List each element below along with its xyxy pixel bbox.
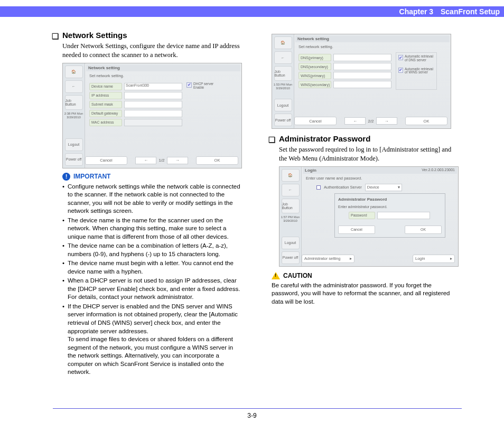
field-label: Default gateway [89, 110, 122, 117]
bookmark-icon: ❏ [268, 135, 275, 145]
section-heading-admin: ❏ Administrator Password [269, 134, 460, 143]
dialog-subtitle: Enter administrator password. [338, 205, 442, 209]
logout-button[interactable]: Logout [274, 99, 292, 111]
field-label: Device name [89, 83, 122, 90]
bookmark-icon: ❏ [52, 32, 59, 41]
caution-icon [272, 272, 280, 279]
back-button[interactable]: ← [65, 80, 83, 93]
logout-button[interactable]: Logout [282, 237, 300, 249]
subnet-input[interactable] [124, 101, 182, 108]
dialog-title: Administrator Password [338, 197, 442, 202]
ok-button[interactable]: OK [196, 156, 238, 165]
page-indicator: 2/2 [368, 119, 374, 124]
page-header-band: Chapter 3 ScanFront Setup [0, 6, 504, 17]
password-input[interactable] [377, 212, 430, 219]
clock-label: 1:53 PM Mon 3/29/2010 [273, 83, 293, 90]
admin-intro: Set the password required to log in to [… [279, 145, 460, 163]
job-button[interactable]: Job Button [65, 95, 83, 110]
power-button[interactable]: Power off [65, 153, 83, 166]
important-icon: ! [62, 173, 70, 181]
auto-dns-label: Automatic retrieval of DNS server [405, 55, 434, 62]
auto-wins-checkbox[interactable]: ✔ [398, 68, 403, 73]
field-label: DNS(primary) [298, 54, 331, 61]
login-button[interactable]: Login▸ [413, 255, 455, 263]
auth-label: Authentication Server [324, 185, 362, 190]
next-page-button[interactable]: → [167, 157, 188, 164]
screenshot-admin-password: 🏠 ← Job Button 1:57 PM Mon 3/29/2010 Log… [279, 166, 459, 267]
field-label: WINS(primary) [298, 72, 331, 79]
prev-page-button[interactable]: ← [135, 157, 156, 164]
screenshot-network-settings: 🏠 ← Job Button 2:38 PM Mon 3/29/2010 Log… [62, 63, 242, 168]
panel-title: Login Ver.2.0.2.003.23001 [303, 167, 457, 174]
password-dialog: Administrator Password Enter administrat… [334, 193, 445, 238]
list-item: The device name must begin with a letter… [62, 259, 243, 276]
section-heading-network: ❏ Network Settings [53, 31, 243, 40]
panel-title: Network setting [86, 64, 240, 71]
gateway-input[interactable] [124, 110, 182, 117]
field-label: MAC address [89, 119, 122, 126]
dhcp-label: DHCP server Enable [193, 82, 221, 90]
list-item: The device name can be a combination of … [62, 242, 243, 258]
list-item: When a DHCP server is not used to assign… [62, 277, 243, 302]
home-button[interactable]: 🏠 [274, 36, 292, 49]
caution-callout: CAUTION [272, 272, 460, 279]
dns2-input[interactable] [333, 63, 391, 70]
device-name-input[interactable]: ScanFront300 [124, 83, 182, 90]
ok-button[interactable]: OK [405, 117, 447, 125]
field-label: DNS(secondary) [298, 63, 331, 70]
back-button[interactable]: ← [282, 184, 300, 196]
wins1-input[interactable] [333, 72, 391, 79]
ip-input[interactable] [124, 92, 182, 99]
mac-input [124, 119, 182, 126]
field-label: WINS(secondary) [298, 81, 331, 88]
prev-page-button[interactable]: ← [344, 117, 366, 125]
list-item: The device name is the name for the scan… [62, 217, 243, 241]
network-intro: Under Network Settings, configure the de… [62, 42, 243, 60]
list-item: Configure network settings while the net… [62, 183, 243, 215]
job-button[interactable]: Job Button [274, 66, 292, 81]
password-label: Password [349, 212, 375, 219]
auto-wins-label: Automatic retrieval of WINS server [405, 68, 434, 75]
auto-dns-checkbox[interactable]: ✔ [398, 55, 403, 60]
wins2-input[interactable] [333, 81, 391, 88]
job-button[interactable]: Job Button [282, 199, 300, 213]
dialog-cancel-button[interactable]: Cancel [338, 226, 375, 234]
cancel-button[interactable]: Cancel [294, 117, 337, 125]
chevron-right-icon: ▸ [350, 256, 352, 261]
home-button[interactable]: 🏠 [65, 65, 83, 78]
page-indicator: 1/2 [158, 158, 164, 163]
field-label: IP address [89, 92, 122, 99]
dns1-input[interactable] [333, 54, 391, 61]
dhcp-checkbox[interactable]: ✔ [186, 82, 192, 88]
login-subtitle: Enter user name and password. [306, 176, 454, 181]
field-label: Subnet mask [89, 101, 122, 108]
panel-subtitle: Set network setting. [89, 73, 237, 78]
important-callout: ! IMPORTANT [62, 173, 243, 181]
page-number: 3-9 [0, 412, 504, 419]
important-list: Configure network settings while the net… [62, 183, 243, 377]
back-button[interactable]: ← [274, 51, 292, 64]
footer-rule [53, 408, 462, 409]
next-page-button[interactable]: → [376, 117, 397, 125]
chapter-label: Chapter 3 [399, 7, 434, 16]
chapter-title: ScanFront Setup [441, 7, 500, 16]
cancel-button[interactable]: Cancel [85, 156, 127, 165]
clock-label: 2:38 PM Mon 3/29/2010 [64, 112, 84, 119]
list-item: If the DHCP server is enabled and the DN… [62, 303, 243, 377]
logout-button[interactable]: Logout [65, 138, 83, 151]
chevron-right-icon: ▸ [450, 256, 452, 261]
version-label: Ver.2.0.2.003.23001 [422, 168, 455, 173]
clock-label: 1:57 PM Mon 3/29/2010 [281, 215, 301, 223]
caution-text: Be careful with the administrator passwo… [272, 281, 460, 306]
chevron-down-icon: ▾ [398, 185, 400, 190]
screenshot-network-settings-2: 🏠 ← Job Button 1:53 PM Mon 3/29/2010 Log… [272, 34, 451, 129]
panel-title: Network setting [295, 35, 450, 42]
power-button[interactable]: Power off [274, 114, 292, 126]
home-button[interactable]: 🏠 [282, 169, 300, 182]
dialog-ok-button[interactable]: OK [405, 226, 442, 234]
auth-checkbox[interactable] [316, 185, 321, 190]
auth-select[interactable]: Device▾ [365, 184, 402, 191]
power-button[interactable]: Power off [282, 251, 300, 264]
panel-subtitle: Set network setting. [298, 44, 446, 49]
admin-setting-button[interactable]: Administrator setting▸ [302, 255, 354, 263]
